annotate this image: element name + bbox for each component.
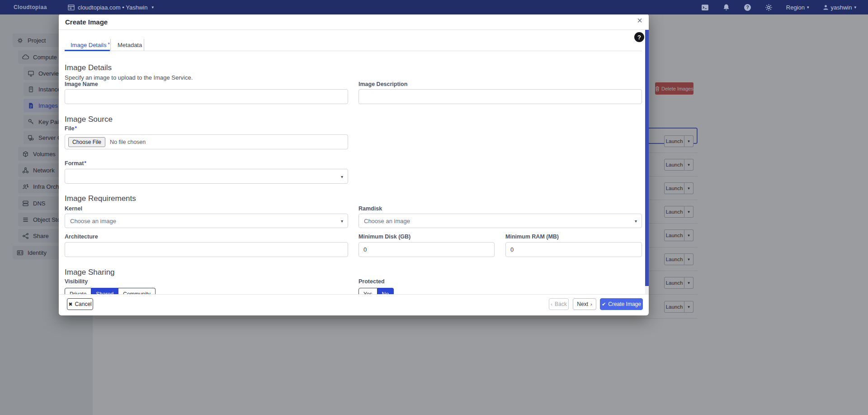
section-heading-image-requirements: Image Requirements	[65, 194, 136, 203]
next-label: Next	[577, 301, 588, 307]
next-button[interactable]: Next ›	[573, 298, 596, 310]
cancel-label: Cancel	[75, 301, 91, 307]
modal-footer: ✖ Cancel ‹ Back Next › ✔ Create Image	[59, 294, 649, 315]
protected-yes-button[interactable]: Yes	[359, 288, 377, 294]
ramdisk-select[interactable]: Choose an image ▾	[359, 214, 642, 228]
kernel-placeholder: Choose an image	[70, 218, 116, 224]
chevron-down-icon: ▾	[341, 219, 343, 224]
breadcrumb[interactable]: cloudtopiaa.com • Yashwin ▾	[68, 4, 154, 11]
visibility-label: Visibility	[65, 278, 88, 285]
modal-header: Create Image ×	[59, 14, 649, 30]
kernel-label: Kernel	[65, 205, 82, 212]
chevron-down-icon: ▾	[151, 5, 154, 10]
svg-text:?: ?	[746, 5, 749, 10]
chevron-down-icon: ▾	[635, 219, 637, 224]
required-asterisk: *	[84, 160, 86, 166]
check-icon: ✔	[602, 301, 606, 307]
section-subtitle: Specify an image to upload to the Image …	[65, 74, 193, 81]
active-tab-underline	[65, 50, 110, 51]
min-disk-input[interactable]	[359, 242, 495, 257]
create-image-button[interactable]: ✔ Create Image	[600, 298, 643, 310]
format-label: Format*	[65, 160, 86, 167]
domain-icon	[68, 5, 75, 10]
protected-toggle-group: Yes No	[359, 288, 394, 294]
top-navbar: Cloudtopiaa cloudtopiaa.com • Yashwin ▾ …	[0, 0, 868, 14]
image-name-input[interactable]	[65, 89, 348, 104]
chevron-right-icon: ›	[590, 301, 592, 307]
username-label: yashwin	[831, 4, 852, 11]
section-heading-image-sharing: Image Sharing	[65, 268, 115, 277]
modal-scrollbar-thumb[interactable]	[645, 30, 649, 286]
close-icon[interactable]: ×	[637, 16, 642, 25]
section-heading-image-source: Image Source	[65, 115, 113, 124]
breadcrumb-label: cloudtopiaa.com • Yashwin	[78, 4, 147, 11]
brand-logo[interactable]: Cloudtopiaa	[14, 4, 67, 10]
modal-title: Create Image	[65, 18, 108, 26]
visibility-shared-button[interactable]: Shared	[91, 288, 118, 294]
visibility-community-button[interactable]: Community	[118, 288, 156, 294]
architecture-label: Architecture	[65, 234, 98, 240]
min-disk-label: Minimum Disk (GB)	[359, 234, 410, 240]
file-label: File*	[65, 125, 77, 132]
visibility-private-button[interactable]: Private	[65, 288, 91, 294]
min-ram-input[interactable]	[505, 242, 642, 257]
user-menu[interactable]: yashwin ▾	[823, 4, 857, 11]
x-icon: ✖	[68, 301, 72, 307]
required-asterisk: *	[75, 125, 77, 131]
chevron-down-icon: ▾	[807, 5, 809, 10]
back-label: Back	[555, 301, 567, 307]
section-heading-image-details: Image Details	[65, 63, 112, 72]
ramdisk-label: Ramdisk	[359, 205, 382, 212]
chevron-down-icon: ▾	[854, 5, 856, 10]
kernel-select[interactable]: Choose an image ▾	[65, 214, 348, 228]
min-ram-label: Minimum RAM (MB)	[505, 234, 559, 240]
create-image-label: Create Image	[608, 301, 641, 307]
tab-label: Metadata	[118, 42, 142, 48]
create-image-modal: Create Image × Image Details* Metadata ?…	[59, 14, 649, 315]
choose-file-button[interactable]: Choose File	[68, 137, 105, 147]
bell-icon[interactable]	[722, 4, 730, 11]
file-input[interactable]: Choose File No file chosen	[65, 134, 348, 149]
architecture-input[interactable]	[65, 242, 348, 257]
chevron-left-icon: ‹	[551, 301, 552, 307]
region-label: Region	[786, 4, 805, 11]
protected-label: Protected	[359, 278, 385, 285]
tab-metadata[interactable]: Metadata	[118, 42, 142, 48]
chevron-down-icon: ▾	[341, 174, 343, 179]
visibility-toggle-group: Private Shared Community	[65, 288, 156, 294]
gear-icon[interactable]	[765, 4, 773, 11]
tabs-divider	[65, 51, 642, 51]
help-icon[interactable]: ?	[744, 4, 751, 11]
tab-separator	[144, 39, 144, 51]
user-icon	[823, 5, 829, 10]
modal-body: Image Details* Metadata ? Image Details …	[59, 30, 649, 294]
format-select[interactable]: ▾	[65, 169, 348, 184]
help-icon[interactable]: ?	[634, 32, 644, 42]
cancel-button[interactable]: ✖ Cancel	[67, 298, 93, 310]
ramdisk-placeholder: Choose an image	[364, 218, 410, 224]
image-name-label: Image Name	[65, 81, 98, 87]
image-description-input[interactable]	[359, 89, 642, 104]
tab-separator	[110, 39, 111, 51]
protected-no-button[interactable]: No	[377, 288, 394, 294]
required-asterisk: *	[108, 42, 109, 47]
tab-label: Image Details	[71, 42, 106, 48]
terminal-icon[interactable]	[701, 4, 709, 11]
back-button[interactable]: ‹ Back	[549, 298, 569, 310]
file-status-text: No file chosen	[110, 139, 146, 145]
image-description-label: Image Description	[359, 81, 407, 87]
modal-scrollbar-track[interactable]	[645, 30, 649, 294]
region-selector[interactable]: Region ▾	[786, 4, 809, 11]
tab-image-details[interactable]: Image Details*	[71, 42, 110, 48]
